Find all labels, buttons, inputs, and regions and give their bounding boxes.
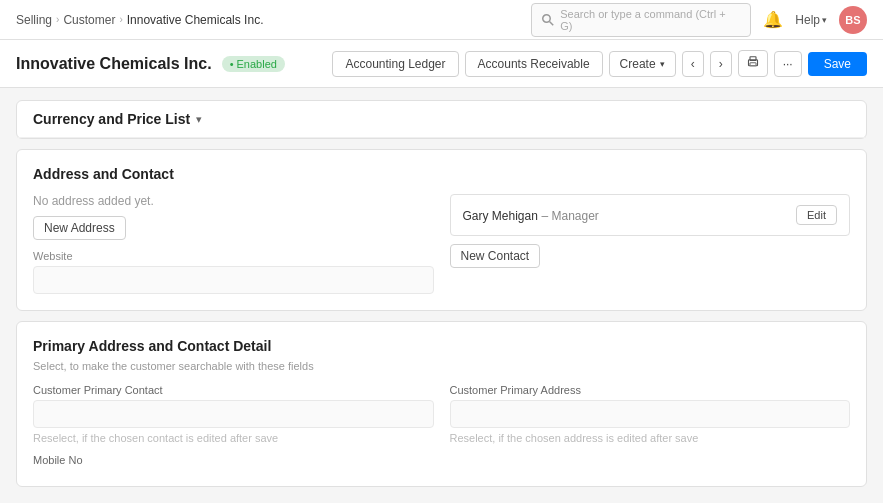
website-label: Website (33, 250, 434, 262)
print-button[interactable] (738, 50, 768, 77)
help-menu[interactable]: Help ▾ (795, 13, 827, 27)
currency-section: Currency and Price List ▾ (16, 100, 867, 139)
search-placeholder: Search or type a command (Ctrl + G) (560, 8, 740, 32)
breadcrumb-sep-2: › (119, 14, 122, 25)
search-box[interactable]: Search or type a command (Ctrl + G) (531, 3, 751, 37)
edit-contact-button[interactable]: Edit (796, 205, 837, 225)
breadcrumb-selling[interactable]: Selling (16, 13, 52, 27)
print-icon (747, 56, 759, 68)
primary-contact-label: Customer Primary Contact (33, 384, 434, 396)
help-chevron-icon: ▾ (822, 15, 827, 25)
breadcrumb-customer[interactable]: Customer (63, 13, 115, 27)
new-contact-button[interactable]: New Contact (450, 244, 541, 268)
primary-address-title: Primary Address and Contact Detail (33, 338, 850, 354)
create-chevron-icon: ▾ (660, 59, 665, 69)
create-label: Create (620, 57, 656, 71)
top-nav: Selling › Customer › Innovative Chemical… (0, 0, 883, 40)
page-title: Innovative Chemicals Inc. (16, 55, 212, 73)
more-options-button[interactable]: ··· (774, 51, 802, 77)
address-contact-grid: No address added yet. New Address Websit… (33, 194, 850, 294)
primary-address-desc: Select, to make the customer searchable … (33, 360, 850, 372)
svg-rect-3 (750, 57, 756, 61)
nav-right: Search or type a command (Ctrl + G) 🔔 He… (531, 3, 867, 37)
page-header: Innovative Chemicals Inc. • Enabled Acco… (0, 40, 883, 88)
mobile-no-label: Mobile No (33, 454, 850, 466)
svg-point-0 (543, 14, 550, 21)
search-icon (542, 14, 554, 26)
prev-record-button[interactable]: ‹ (682, 51, 704, 77)
mobile-no-field: Mobile No (33, 454, 850, 466)
create-button[interactable]: Create ▾ (609, 51, 676, 77)
main-content: Currency and Price List ▾ Address and Co… (0, 88, 883, 503)
accounts-receivable-button[interactable]: Accounts Receivable (465, 51, 603, 77)
primary-address-section: Primary Address and Contact Detail Selec… (16, 321, 867, 487)
primary-contact-hint: Reselect, if the chosen contact is edite… (33, 432, 434, 444)
contact-role: – Manager (542, 209, 599, 223)
help-label: Help (795, 13, 820, 27)
address-col: No address added yet. New Address Websit… (33, 194, 434, 294)
svg-rect-4 (750, 63, 756, 66)
no-address-text: No address added yet. (33, 194, 434, 208)
notification-bell-icon[interactable]: 🔔 (763, 10, 783, 29)
website-input[interactable] (33, 266, 434, 294)
address-contact-body: Address and Contact No address added yet… (17, 150, 866, 310)
primary-contact-input[interactable] (33, 400, 434, 428)
address-contact-section: Address and Contact No address added yet… (16, 149, 867, 311)
breadcrumb: Selling › Customer › Innovative Chemical… (16, 13, 263, 27)
svg-line-1 (550, 21, 554, 25)
currency-chevron-icon: ▾ (196, 113, 202, 126)
address-contact-title: Address and Contact (33, 166, 850, 182)
contact-card: Gary Mehigan – Manager Edit (450, 194, 851, 236)
primary-address-hint: Reselect, if the chosen address is edite… (450, 432, 851, 444)
save-button[interactable]: Save (808, 52, 867, 76)
primary-address-label: Customer Primary Address (450, 384, 851, 396)
contact-info: Gary Mehigan – Manager (463, 208, 599, 223)
currency-section-title: Currency and Price List (33, 111, 190, 127)
primary-address-grid: Customer Primary Contact Reselect, if th… (33, 384, 850, 444)
contact-name: Gary Mehigan (463, 209, 538, 223)
status-badge: • Enabled (222, 56, 285, 72)
currency-section-header[interactable]: Currency and Price List ▾ (17, 101, 866, 138)
primary-address-input[interactable] (450, 400, 851, 428)
primary-address-field: Customer Primary Address Reselect, if th… (450, 384, 851, 444)
accounting-ledger-button[interactable]: Accounting Ledger (332, 51, 458, 77)
header-actions: Accounting Ledger Accounts Receivable Cr… (332, 50, 867, 77)
primary-contact-field: Customer Primary Contact Reselect, if th… (33, 384, 434, 444)
new-address-button[interactable]: New Address (33, 216, 126, 240)
user-avatar[interactable]: BS (839, 6, 867, 34)
page-title-area: Innovative Chemicals Inc. • Enabled (16, 55, 285, 73)
breadcrumb-sep-1: › (56, 14, 59, 25)
next-record-button[interactable]: › (710, 51, 732, 77)
breadcrumb-current: Innovative Chemicals Inc. (127, 13, 264, 27)
contact-col: Gary Mehigan – Manager Edit New Contact (450, 194, 851, 294)
primary-address-body: Primary Address and Contact Detail Selec… (17, 322, 866, 486)
